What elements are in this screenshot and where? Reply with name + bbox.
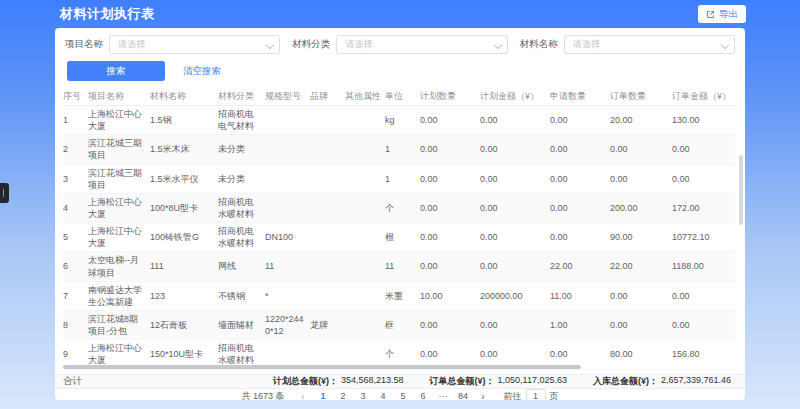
cell-planned-qty: 0.00 <box>420 194 480 222</box>
cell-planned-qty: 0.00 <box>420 311 480 339</box>
summary-bar: 合计 计划总金额(¥)：354,568,213.58订单总金额(¥)：1,050… <box>55 374 745 389</box>
table-row[interactable]: 8滨江花城8期项目-分包12石膏板墙面辅材1220*2440*12龙牌框0.00… <box>63 311 735 340</box>
cell-project-name: 上海松江中心大厦 <box>88 194 150 222</box>
cell-material-name: 123 <box>150 282 218 310</box>
table-row[interactable]: 1上海松江中心大厦1.5钢招商机电 电气材料kg0.000.000.0020.0… <box>63 106 735 135</box>
search-button[interactable]: 搜索 <box>67 61 165 81</box>
filter-select-1[interactable]: 请选择 <box>336 35 507 54</box>
cell-order-qty: 90.00 <box>610 223 672 251</box>
summary-item-value: 2,657,339,761.46 <box>661 375 731 388</box>
cell-material-name: 100*8U型卡 <box>150 194 218 222</box>
vertical-scrollbar[interactable] <box>739 155 743 225</box>
summary-item-label: 计划总金额(¥)： <box>273 375 338 388</box>
pagination-next-icon[interactable]: › <box>476 389 491 400</box>
goto-page-input[interactable] <box>526 389 546 400</box>
pagination-page-3[interactable]: 3 <box>356 389 371 400</box>
cell-material-category: 招商机电 电气材料 <box>218 106 265 134</box>
cell-order-amount: 0.00 <box>672 165 735 193</box>
cell-project-name: 上海松江中心大厦 <box>88 223 150 251</box>
cell-requested-qty: 22.00 <box>550 252 610 280</box>
cell-spec-model <box>265 106 310 134</box>
table-body: 1上海松江中心大厦1.5钢招商机电 电气材料kg0.000.000.0020.0… <box>63 106 735 370</box>
pagination-page-4[interactable]: 4 <box>376 389 391 400</box>
cell-index: 3 <box>63 165 88 193</box>
cell-requested-qty: 0.00 <box>550 194 610 222</box>
cell-other-attrs <box>345 311 385 339</box>
pagination-ellipsis: ··· <box>436 389 451 400</box>
select-placeholder: 请选择 <box>118 38 145 51</box>
cell-brand <box>310 223 345 251</box>
cell-other-attrs <box>345 165 385 193</box>
pagination-page-5[interactable]: 5 <box>396 389 411 400</box>
cell-spec-model: DN100 <box>265 223 310 251</box>
cell-unit: 框 <box>385 311 420 339</box>
cell-planned-qty: 0.00 <box>420 106 480 134</box>
column-header-planned-qty: 计划数量 <box>420 87 480 105</box>
table-row[interactable]: 2滨江花城三期项目1.5米木床未分类10.000.000.000.000.00 <box>63 135 735 164</box>
column-header-planned-amount: 计划金额（¥） <box>480 87 550 105</box>
pagination-page-84[interactable]: 84 <box>456 389 471 400</box>
cell-brand: 龙牌 <box>310 311 345 339</box>
summary-total-label: 合计 <box>63 375 82 388</box>
filter-bar: 项目名称请选择材料分类请选择材料名称请选择 <box>55 28 745 54</box>
cell-order-amount: 0.00 <box>672 282 735 310</box>
cell-other-attrs <box>345 282 385 310</box>
cell-project-name: 南钢盛达大学生公寓新建 <box>88 282 150 310</box>
cell-brand <box>310 106 345 134</box>
cell-index: 6 <box>63 252 88 280</box>
cell-planned-amount: 0.00 <box>480 223 550 251</box>
cell-order-qty: 0.00 <box>610 135 672 163</box>
cell-planned-amount: 0.00 <box>480 311 550 339</box>
select-placeholder: 请选择 <box>345 38 372 51</box>
table-row[interactable]: 6太空电梯--月球项目111网线11110.000.0022.0022.0011… <box>63 252 735 281</box>
cell-brand <box>310 135 345 163</box>
chevron-down-icon <box>267 42 273 48</box>
cell-order-qty: 20.00 <box>610 106 672 134</box>
filter-select-0[interactable]: 请选择 <box>109 35 280 54</box>
filter-select-2[interactable]: 请选择 <box>564 35 735 54</box>
cell-index: 5 <box>63 223 88 251</box>
cell-other-attrs <box>345 106 385 134</box>
cell-planned-amount: 0.00 <box>480 135 550 163</box>
cell-requested-qty: 11.00 <box>550 282 610 310</box>
column-header-material-name: 材料名称 <box>150 87 218 105</box>
collapsed-drawer-handle[interactable] <box>0 183 9 203</box>
column-header-order-amount: 订单金额（¥） <box>672 87 735 105</box>
cell-index: 4 <box>63 194 88 222</box>
cell-material-name: 1.5米木床 <box>150 135 218 163</box>
pagination-page-1[interactable]: 1 <box>316 389 331 400</box>
column-header-other-attrs: 其他属性 <box>345 87 385 105</box>
filter-label: 材料名称 <box>520 38 558 51</box>
clear-search-link[interactable]: 清空搜索 <box>183 65 221 78</box>
filter-field-2: 材料名称请选择 <box>520 35 735 54</box>
pagination-goto: 前往 页 <box>504 389 559 400</box>
summary-item-label: 订单总金额(¥)： <box>430 375 495 388</box>
table-row[interactable]: 4上海松江中心大厦100*8U型卡招商机电 水暖材料个0.000.000.002… <box>63 194 735 223</box>
chevron-down-icon <box>495 42 501 48</box>
pagination-pages: 123456···84 <box>316 389 471 400</box>
cell-requested-qty: 1.00 <box>550 311 610 339</box>
pagination-page-6[interactable]: 6 <box>416 389 431 400</box>
cell-spec-model: 11 <box>265 252 310 280</box>
cell-index: 8 <box>63 311 88 339</box>
table-row[interactable]: 5上海松江中心大厦100铸铁管G招商机电 水暖材料DN100根0.000.000… <box>63 223 735 252</box>
horizontal-scrollbar[interactable] <box>63 365 581 369</box>
filter-actions: 搜索 清空搜索 <box>55 54 745 87</box>
cell-planned-qty: 0.00 <box>420 223 480 251</box>
cell-material-name: 111 <box>150 252 218 280</box>
cell-material-category: 招商机电 水暖材料 <box>218 194 265 222</box>
cell-material-name: 100铸铁管G <box>150 223 218 251</box>
cell-project-name: 滨江花城三期项目 <box>88 135 150 163</box>
table-row[interactable]: 3滨江花城三期项目1.5米水平仪未分类10.000.000.000.000.00 <box>63 165 735 194</box>
filter-label: 材料分类 <box>292 38 330 51</box>
page-title: 材料计划执行表 <box>60 5 155 23</box>
pagination-prev-icon[interactable]: ‹ <box>296 389 311 400</box>
table-row[interactable]: 7南钢盛达大学生公寓新建123不锈钢*米重10.00200000.0011.00… <box>63 282 735 311</box>
pagination-page-2[interactable]: 2 <box>336 389 351 400</box>
top-header-bar: 材料计划执行表 导出 <box>0 0 800 28</box>
export-button-label: 导出 <box>719 8 738 21</box>
cell-unit: 米重 <box>385 282 420 310</box>
cell-requested-qty: 0.00 <box>550 106 610 134</box>
cell-order-qty: 0.00 <box>610 165 672 193</box>
export-button[interactable]: 导出 <box>698 5 746 23</box>
